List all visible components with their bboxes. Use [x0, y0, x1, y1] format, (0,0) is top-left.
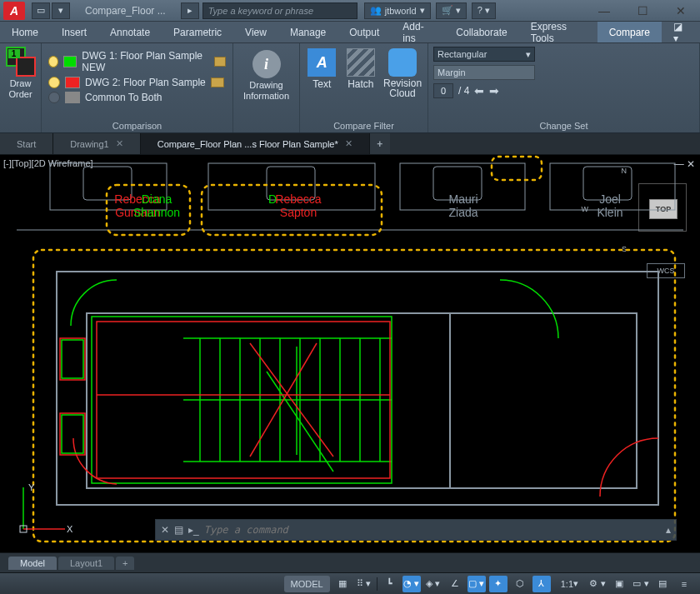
common-row[interactable]: Common To Both: [48, 92, 226, 103]
svg-rect-46: [60, 413, 85, 455]
changeset-title: Change Set: [433, 119, 694, 132]
file-tab-label: Compare_Floor Plan ...s Floor Plan Sampl…: [158, 139, 338, 149]
iso-button[interactable]: ◈ ▾: [424, 576, 442, 592]
scale-button[interactable]: 1:1 ▾: [554, 576, 585, 592]
ucs-icon[interactable]: Y X: [15, 479, 73, 537]
filter-text-label: Text: [312, 78, 331, 90]
cloud-icon: [388, 48, 417, 77]
folder-icon[interactable]: [214, 57, 226, 67]
margin-field[interactable]: Margin: [433, 65, 535, 80]
ortho-button[interactable]: ┗: [381, 576, 399, 592]
text-icon: A: [308, 48, 336, 77]
menu-tab-bar: Home Insert Annotate Parametric View Man…: [0, 22, 700, 43]
snap-button[interactable]: ⠿ ▾: [355, 576, 373, 592]
tab-output[interactable]: Output: [338, 22, 391, 42]
layout-button[interactable]: ▭ ▾: [632, 576, 650, 592]
filter-cloud-button[interactable]: Revision Cloud: [382, 48, 422, 98]
dwg2-row[interactable]: DWG 2: Floor Plan Sample: [48, 77, 226, 88]
close-tab-icon[interactable]: ✕: [345, 138, 352, 149]
qat-dropdown[interactable]: ▾: [52, 2, 70, 19]
file-tab-compare[interactable]: Compare_Floor Plan ...s Floor Plan Sampl…: [141, 133, 370, 154]
signin-button[interactable]: 👥jtbworld▾: [364, 2, 431, 19]
label-d: D: [268, 192, 277, 206]
close-tab-icon[interactable]: ✕: [116, 138, 123, 149]
layout-tabs: Model Layout1 +: [0, 552, 700, 572]
svg-rect-11: [492, 157, 542, 180]
search-input[interactable]: Type a keyword or phrase: [202, 2, 358, 19]
3dosnap-button[interactable]: ⬡: [511, 576, 529, 592]
file-tab-label: Start: [17, 139, 36, 149]
cart-button[interactable]: 🛒 ▾: [436, 2, 467, 19]
cmdline-close[interactable]: ✕: [161, 524, 169, 536]
filter-cloud-label: Revision Cloud: [383, 78, 422, 98]
filter-text-button[interactable]: A Text: [305, 48, 339, 98]
grid-button[interactable]: ▦: [333, 576, 352, 592]
ribbon: 1 Draw Order DWG 1: Floor Plan Sample NE…: [0, 43, 700, 133]
filter-hatch-button[interactable]: Hatch: [344, 48, 378, 98]
panel-filter: A Text Hatch Revision Cloud Compare Filt…: [300, 43, 428, 132]
track-button[interactable]: ∠: [446, 576, 464, 592]
draworder-button[interactable]: 1: [6, 47, 36, 77]
changeset-pos[interactable]: 0: [433, 83, 453, 98]
new-tab-button[interactable]: +: [370, 133, 390, 154]
tab-home[interactable]: Home: [0, 22, 50, 42]
swatch-gray: [65, 92, 80, 103]
folder-icon[interactable]: [211, 77, 224, 87]
dyn-button[interactable]: ✦: [489, 576, 508, 592]
dwg2-label: DWG 2: Floor Plan Sample: [85, 77, 206, 88]
tab-insert[interactable]: Insert: [50, 22, 98, 42]
close-button[interactable]: ✕: [662, 0, 700, 22]
draworder-label: Draw Order: [8, 78, 32, 100]
layout-model[interactable]: Model: [8, 557, 57, 570]
prev-change-button[interactable]: ⬅: [474, 84, 484, 97]
app-logo[interactable]: A: [3, 2, 25, 20]
ucs-button[interactable]: ⅄: [532, 576, 551, 592]
help-button[interactable]: ? ▾: [472, 2, 496, 19]
tab-collaborate[interactable]: Collaborate: [444, 22, 518, 42]
tab-expresstools[interactable]: Express Tools: [519, 22, 598, 42]
svg-rect-12: [33, 250, 675, 542]
file-tabs: Start Drawing1✕ Compare_Floor Plan ...s …: [0, 133, 700, 155]
status-model[interactable]: MODEL: [284, 576, 330, 592]
dwg1-label: DWG 1: Floor Plan Sample NEW: [82, 50, 209, 73]
filter-hatch-label: Hatch: [348, 78, 373, 90]
shape-select[interactable]: Rectangular▾: [433, 47, 535, 62]
ribbon-collapse[interactable]: ◪ ▾: [662, 22, 700, 42]
command-input[interactable]: [204, 524, 661, 536]
cmdline-up[interactable]: ▴: [666, 524, 671, 536]
osnap2d-button[interactable]: ▢ ▾: [468, 576, 486, 592]
filter-title: Compare Filter: [305, 119, 422, 132]
tab-manage[interactable]: Manage: [278, 22, 338, 42]
file-tab-drawing1[interactable]: Drawing1✕: [53, 133, 140, 154]
label-joel: Joel: [599, 192, 621, 206]
floor-plan: Mauri Ziada Joel Klein Rebecca Gumann Re…: [0, 155, 700, 552]
tab-view[interactable]: View: [233, 22, 278, 42]
swatch-red: [65, 77, 80, 88]
cmdline-menu[interactable]: ▤: [174, 524, 183, 536]
tab-parametric[interactable]: Parametric: [162, 22, 233, 42]
switch-button[interactable]: ▣: [610, 576, 628, 592]
drawing-viewport[interactable]: [-][Top][2D Wireframe] — ✕ N S E W TOP W…: [0, 155, 700, 552]
tab-annotate[interactable]: Annotate: [98, 22, 162, 42]
tab-compare[interactable]: Compare: [598, 22, 662, 42]
qat-folder[interactable]: ▭: [32, 2, 50, 19]
cog-button[interactable]: ⚙ ▾: [588, 576, 607, 592]
next-change-button[interactable]: ➡: [489, 84, 499, 97]
layout-layout1[interactable]: Layout1: [58, 557, 114, 570]
tab-addins[interactable]: Add-ins: [391, 22, 444, 42]
maximize-button[interactable]: ☐: [623, 0, 662, 22]
command-line[interactable]: ✕ ▤ ▸_ ▴: [155, 519, 677, 541]
menu-button[interactable]: ≡: [675, 576, 693, 592]
minimize-button[interactable]: —: [585, 0, 623, 22]
panel-changeset: Rectangular▾ Margin 0 / 4 ⬅ ➡ Change Set: [428, 43, 700, 132]
file-tab-label: Drawing1: [70, 139, 108, 149]
info-button[interactable]: i: [252, 50, 281, 78]
changeset-total: / 4: [458, 85, 469, 97]
add-layout[interactable]: +: [116, 557, 134, 570]
svg-rect-48: [62, 415, 83, 453]
polar-button[interactable]: ◔ ▾: [402, 576, 421, 592]
clean-button[interactable]: ▤: [653, 576, 672, 592]
title-caret[interactable]: ▸: [181, 2, 199, 19]
file-tab-start[interactable]: Start: [0, 133, 53, 154]
dwg1-row[interactable]: DWG 1: Floor Plan Sample NEW: [48, 50, 226, 73]
